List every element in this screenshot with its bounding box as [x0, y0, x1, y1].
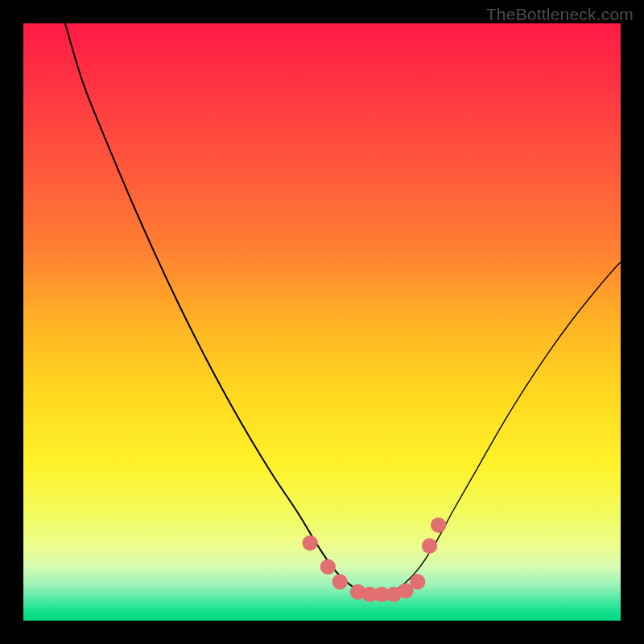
- plot-area: [23, 23, 621, 621]
- watermark-text: TheBottleneck.com: [486, 5, 634, 24]
- left-curve: [65, 23, 382, 594]
- marker-point: [422, 539, 437, 554]
- marker-point: [303, 535, 318, 551]
- chart-frame: TheBottleneck.com: [0, 0, 644, 644]
- marker-point: [320, 559, 336, 575]
- marker-point: [410, 574, 425, 589]
- curves-layer: [23, 23, 621, 621]
- marker-point: [431, 518, 446, 533]
- right-curve: [382, 262, 621, 595]
- marker-point: [332, 574, 348, 589]
